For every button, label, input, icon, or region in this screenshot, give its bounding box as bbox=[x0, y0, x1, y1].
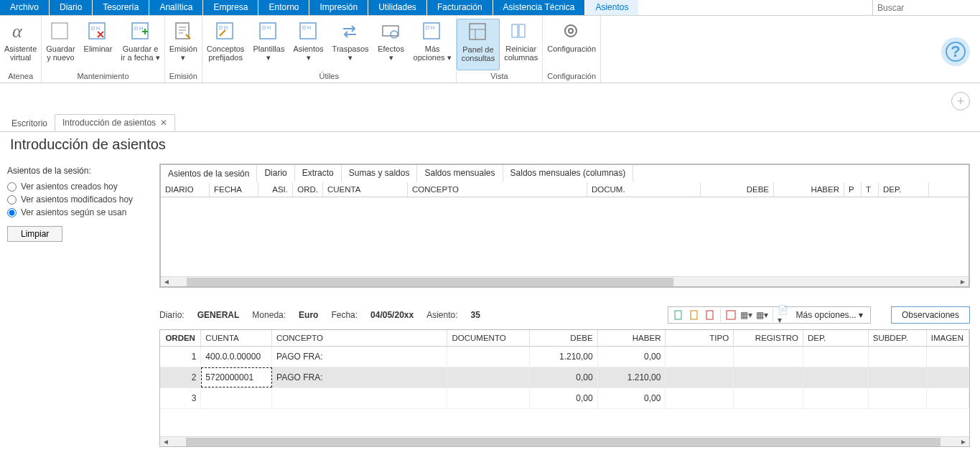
ribbon-icon: α bbox=[9, 20, 32, 43]
cell-tipo bbox=[666, 347, 734, 367]
radio-1[interactable]: Ver asientos modificados hoy bbox=[7, 194, 147, 204]
horizontal-scrollbar[interactable]: ◄ ► bbox=[161, 276, 969, 286]
g2-col-documento[interactable]: DOCUMENTO bbox=[447, 330, 529, 346]
tool-d-icon[interactable]: 📄▾ bbox=[778, 309, 789, 321]
doc-tab-1[interactable]: Introducción de asientos✕ bbox=[55, 114, 175, 131]
doc-new-icon[interactable] bbox=[673, 309, 684, 321]
sidebar: Asientos de la sesión: Ver asientos crea… bbox=[0, 161, 154, 246]
ribbon-asistente[interactable]: αAsistentevirtual bbox=[0, 19, 41, 70]
cell-cuenta[interactable]: 5720000001 bbox=[201, 367, 272, 387]
diario-value: GENERAL bbox=[197, 310, 240, 320]
menu-diario[interactable]: Diario bbox=[50, 0, 93, 15]
g1-col-cuenta[interactable]: CUENTA bbox=[323, 182, 408, 197]
g2-col-imagen[interactable]: IMAGEN bbox=[927, 330, 969, 346]
ribbon-eliminar[interactable]: D HEliminar bbox=[80, 19, 117, 70]
observations-button[interactable]: Observaciones bbox=[891, 306, 970, 324]
inner-tab-3[interactable]: Sumas y saldos bbox=[342, 165, 418, 182]
tool-b-icon[interactable]: ▦▾ bbox=[741, 309, 752, 321]
g2-col-orden[interactable]: ORDEN bbox=[160, 330, 201, 346]
g2-col-subdep.[interactable]: SUBDEP. bbox=[869, 330, 927, 346]
doc-tab-0[interactable]: Escritorio bbox=[4, 116, 55, 131]
g1-col-ord.[interactable]: ORD. bbox=[293, 182, 323, 197]
ribbon-group-label: Útiles bbox=[202, 70, 456, 83]
g2-col-haber[interactable]: HABER bbox=[598, 330, 666, 346]
inner-tab-4[interactable]: Saldos mensuales bbox=[417, 165, 503, 182]
tool-c-icon[interactable]: ▦▾ bbox=[757, 309, 768, 321]
cell-dep bbox=[803, 367, 869, 387]
cell-imagen bbox=[927, 367, 969, 387]
g1-col-haber[interactable]: HABER bbox=[774, 182, 844, 197]
g2-col-tipo[interactable]: TIPO bbox=[666, 330, 734, 346]
cell-concepto bbox=[272, 388, 447, 408]
ribbon-traspasos[interactable]: Traspasos▾ bbox=[328, 19, 373, 70]
g1-col-t[interactable]: T bbox=[862, 182, 879, 197]
ribbon-plantillas[interactable]: D HPlantillas▾ bbox=[248, 19, 289, 70]
g2-col-registro[interactable]: REGISTRO bbox=[734, 330, 803, 346]
g1-col-concepto[interactable]: CONCEPTO bbox=[408, 182, 587, 197]
g1-col-p[interactable]: P bbox=[844, 182, 862, 197]
close-icon[interactable]: ✕ bbox=[160, 118, 167, 128]
ribbon-reiniciar[interactable]: Reiniciarcolumnas bbox=[500, 19, 542, 70]
inner-tab-2[interactable]: Extracto bbox=[295, 165, 342, 182]
ribbon-más[interactable]: D HMásopciones ▾ bbox=[409, 19, 456, 70]
inner-tab-1[interactable]: Diario bbox=[257, 165, 294, 182]
table-row[interactable]: 25720000001PAGO FRA:0,001.210,00 bbox=[160, 367, 969, 388]
g1-col-diario[interactable]: DIARIO bbox=[161, 182, 210, 197]
ribbon: αAsistentevirtualAteneaGuardary nuevoD H… bbox=[0, 16, 980, 83]
menu-asistencia técnica[interactable]: Asistencia Técnica bbox=[493, 0, 586, 15]
g1-col-dep.[interactable]: DEP. bbox=[879, 182, 929, 197]
menu-analítica[interactable]: Analítica bbox=[149, 0, 203, 15]
menu-impresión[interactable]: Impresión bbox=[309, 0, 368, 15]
add-tab-icon[interactable]: + bbox=[951, 92, 970, 110]
help-icon[interactable]: ? bbox=[941, 37, 970, 66]
ribbon-group-label: Emisión bbox=[165, 70, 202, 83]
ribbon-efectos[interactable]: Efectos▾ bbox=[373, 19, 409, 70]
more-options-menu[interactable]: Más opciones... ▾ bbox=[793, 310, 866, 320]
g1-col-debe[interactable]: DEBE bbox=[701, 182, 774, 197]
g2-col-dep.[interactable]: DEP. bbox=[803, 330, 869, 346]
svg-rect-26 bbox=[706, 311, 713, 319]
radio-0[interactable]: Ver asientos creados hoy bbox=[7, 182, 147, 192]
cell-cuenta bbox=[201, 388, 272, 408]
lines-scrollbar[interactable]: ◄ ► bbox=[160, 436, 969, 446]
cell-haber: 1.210,00 bbox=[598, 367, 666, 387]
ribbon-guardar[interactable]: Guardary nuevo bbox=[42, 19, 79, 70]
cell-documento bbox=[447, 367, 529, 387]
cell-dep bbox=[803, 388, 869, 408]
menu-archivo[interactable]: Archivo bbox=[0, 0, 50, 15]
g2-col-debe[interactable]: DEBE bbox=[530, 330, 598, 346]
cell-documento bbox=[447, 388, 529, 408]
moneda-value: Euro bbox=[299, 310, 318, 320]
radio-2[interactable]: Ver asientos según se usan bbox=[7, 207, 147, 217]
ribbon-conceptos[interactable]: D HConceptosprefijados bbox=[202, 19, 249, 70]
g1-col-asi.[interactable]: ASI. bbox=[258, 182, 293, 197]
g2-col-cuenta[interactable]: CUENTA bbox=[201, 330, 272, 346]
asiento-label: Asiento: bbox=[426, 310, 457, 320]
ribbon-guardar-e[interactable]: D HGuardar eir a fecha ▾ bbox=[116, 19, 164, 70]
ribbon-emisión[interactable]: Emisión▾ bbox=[165, 19, 202, 70]
inner-tab-0[interactable]: Asientos de la sesión bbox=[161, 166, 257, 183]
g1-col-docum.[interactable]: DOCUM. bbox=[587, 182, 701, 197]
menu-entorno[interactable]: Entorno bbox=[258, 0, 309, 15]
g1-col-fecha[interactable]: FECHA bbox=[210, 182, 258, 197]
svg-rect-25 bbox=[691, 311, 697, 319]
menu-facturación[interactable]: Facturación bbox=[427, 0, 493, 15]
search-input[interactable] bbox=[873, 0, 980, 15]
table-row[interactable]: 30,000,00 bbox=[160, 388, 969, 409]
clean-button[interactable]: Limpiar bbox=[7, 226, 62, 242]
tool-a-icon[interactable] bbox=[725, 309, 737, 321]
cell-haber: 0,00 bbox=[598, 347, 666, 367]
g2-col-concepto[interactable]: CONCEPTO bbox=[272, 330, 447, 346]
ribbon-configuración[interactable]: Configuración bbox=[543, 19, 600, 70]
menu-utilidades[interactable]: Utilidades bbox=[368, 0, 427, 15]
menu-asientos[interactable]: Asientos bbox=[585, 0, 639, 15]
menu-tesorería[interactable]: Tesorería bbox=[93, 0, 149, 15]
ribbon-asientos[interactable]: D HAsientos▾ bbox=[289, 19, 327, 70]
table-row[interactable]: 1400.0.0.00000PAGO FRA:1.210,000,00 bbox=[160, 347, 969, 367]
inner-tab-5[interactable]: Saldos mensuales (columnas) bbox=[503, 165, 634, 182]
doc-del-icon[interactable] bbox=[704, 309, 716, 321]
ribbon-panel-de[interactable]: Panel deconsultas bbox=[457, 19, 500, 70]
cell-imagen bbox=[927, 347, 969, 367]
menu-empresa[interactable]: Empresa bbox=[203, 0, 258, 15]
doc-edit-icon[interactable] bbox=[689, 309, 700, 321]
